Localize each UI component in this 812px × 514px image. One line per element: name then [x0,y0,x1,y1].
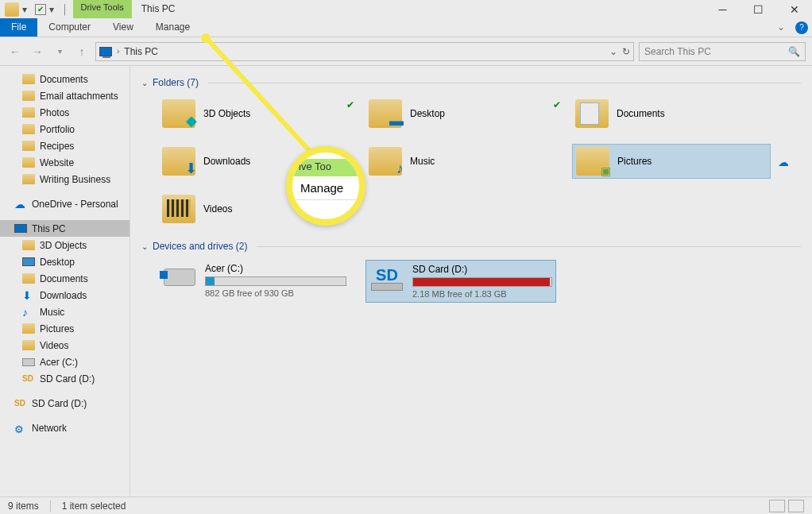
history-dropdown-icon[interactable]: ▾ [51,43,68,60]
search-icon: 🔍 [788,46,800,57]
ribbon-collapse-icon[interactable]: ⌄ [771,18,791,37]
drive-d[interactable]: SD SD Card (D:) 2.18 MB free of 1.83 GB [365,260,556,303]
navigation-pane: Documents Email attachments Photos Portf… [0,66,130,497]
minimize-button[interactable]: ─ [705,0,740,18]
folder-documents[interactable]: Documents [572,96,771,131]
content-pane: ⌄ Folders (7) ◆3D Objects✔ ▬Desktop✔ Doc… [130,66,812,497]
callout-magnifier: ive Too Manage [286,146,365,226]
status-bar: 9 items 1 item selected [0,497,812,514]
back-button[interactable]: ← [6,43,24,60]
sidebar-item-3dobjects[interactable]: 3D Objects [0,237,130,253]
sidebar-item-writing[interactable]: Writing Business [0,171,130,187]
capacity-bar [205,276,346,286]
maximize-button[interactable]: ☐ [740,0,776,18]
quick-access-toolbar: ▾ ✔ ▾ │ [0,0,73,18]
address-dropdown-icon[interactable]: ⌄ [609,46,617,57]
refresh-button[interactable]: ↻ [622,46,630,57]
address-bar[interactable]: › This PC ⌄ ↻ [95,42,634,61]
sidebar-item-pc-documents[interactable]: Documents [0,270,130,287]
sync-icon: ✔ [553,99,561,110]
breadcrumb-chevron-icon[interactable]: › [117,47,119,56]
sync-icon: ✔ [346,99,354,110]
forward-button[interactable]: → [29,43,46,60]
collapse-icon[interactable]: ⌄ [141,79,148,87]
sidebar-item-music[interactable]: ♪Music [0,303,130,320]
qat-separator: │ [62,4,68,15]
collapse-icon[interactable]: ⌄ [141,242,148,251]
sidebar-item-network[interactable]: ⚙Network [0,419,130,436]
tab-file[interactable]: File [0,18,37,37]
sidebar-item-videos[interactable]: Videos [0,337,130,354]
section-drives-header[interactable]: ⌄ Devices and drives (2) [141,241,801,252]
qat-chevron-icon[interactable]: ▾ [49,4,59,15]
large-icons-view-button[interactable] [788,500,804,512]
search-placeholder: Search This PC [644,46,711,57]
tab-manage[interactable]: Manage [145,18,201,37]
context-tab-drive-tools[interactable]: Drive Tools [73,0,132,18]
sidebar-item-portfolio[interactable]: Portfolio [0,121,130,137]
app-icon[interactable] [5,2,19,17]
breadcrumb-location[interactable]: This PC [124,46,158,57]
properties-button[interactable]: ✔ [35,4,46,15]
drive-c[interactable]: Acer (C:) 882 GB free of 930 GB [159,260,350,303]
window-title: This PC [132,0,705,18]
section-folders-header[interactable]: ⌄ Folders (7) [141,77,801,88]
close-button[interactable]: ✕ [776,0,812,18]
sidebar-item-onedrive[interactable]: ☁OneDrive - Personal [0,195,130,212]
callout-anchor-dot [201,33,211,43]
ribbon: File Computer View Manage ⌄ ? [0,18,812,37]
sidebar-item-recipes[interactable]: Recipes [0,137,130,154]
sidebar-item-photos[interactable]: Photos [0,104,130,121]
capacity-bar [412,277,552,287]
sd-icon: SD [371,266,403,284]
sidebar-item-website[interactable]: Website [0,154,130,171]
folder-pictures[interactable]: ▣Pictures☁ [572,144,771,179]
details-view-button[interactable] [769,500,785,512]
search-input[interactable]: Search This PC 🔍 [639,42,806,61]
sidebar-item-thispc[interactable]: This PC [0,220,130,237]
sidebar-item-documents[interactable]: Documents [0,71,130,87]
navigation-bar: ← → ▾ ↑ › This PC ⌄ ↻ Search This PC 🔍 [0,37,812,66]
folder-3d-objects[interactable]: ◆3D Objects✔ [159,96,358,131]
cloud-icon: ☁ [778,156,789,168]
sidebar-item-pictures[interactable]: Pictures [0,320,130,337]
sidebar-item-email[interactable]: Email attachments [0,87,130,104]
title-bar: ▾ ✔ ▾ │ Drive Tools This PC ─ ☐ ✕ [0,0,812,18]
sidebar-item-drive-c[interactable]: Acer (C:) [0,354,130,370]
up-button[interactable]: ↑ [73,43,91,60]
pc-icon [99,47,112,56]
sidebar-item-downloads[interactable]: ⬇Downloads [0,287,130,303]
tab-view[interactable]: View [102,18,145,37]
sidebar-item-drive-d[interactable]: SDSD Card (D:) [0,370,130,387]
tab-computer[interactable]: Computer [37,18,102,37]
folder-music[interactable]: ♪Music [365,144,564,179]
help-button[interactable]: ? [791,18,812,37]
qat-dropdown-icon[interactable]: ▾ [22,4,32,15]
sidebar-item-desktop[interactable]: Desktop [0,253,130,270]
sidebar-item-sdcard[interactable]: SDSD Card (D:) [0,395,130,412]
folder-desktop[interactable]: ▬Desktop✔ [365,96,564,131]
status-item-count: 9 items [8,500,39,512]
hdd-icon [164,269,195,286]
status-selected-count: 1 item selected [62,500,126,512]
